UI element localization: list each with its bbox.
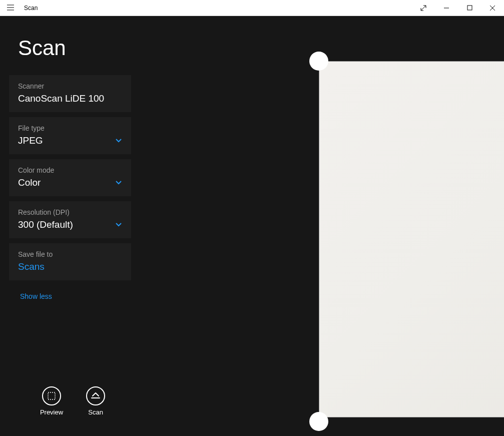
scan-preview-image[interactable] (319, 61, 504, 417)
preview-label: Preview (40, 408, 63, 416)
preview-icon (42, 386, 61, 405)
crop-handle-bottom-left[interactable] (309, 412, 328, 431)
svg-rect-1 (48, 392, 55, 399)
resolution-value: 300 (Default) (18, 219, 122, 230)
scan-icon (86, 386, 105, 405)
page-title: Scan (18, 36, 131, 60)
save-location-label: Save file to (18, 250, 122, 258)
close-button[interactable] (481, 0, 504, 16)
file-type-selector[interactable]: File type JPEG (9, 117, 131, 154)
preview-button[interactable]: Preview (40, 386, 63, 416)
chevron-down-icon (115, 136, 122, 145)
scanner-value: CanoScan LiDE 100 (18, 93, 122, 104)
maximize-button[interactable] (458, 0, 481, 16)
sidebar: Scan Scanner CanoScan LiDE 100 File type… (0, 16, 140, 436)
fullscreen-button[interactable] (412, 0, 435, 16)
scan-label: Scan (88, 408, 103, 416)
color-mode-selector[interactable]: Color mode Color (9, 159, 131, 196)
crop-handle-top-left[interactable] (309, 52, 328, 71)
hamburger-menu-icon[interactable] (7, 4, 14, 13)
save-location-value: Scans (18, 261, 122, 272)
color-mode-value: Color (18, 177, 122, 188)
minimize-button[interactable] (435, 0, 458, 16)
chevron-down-icon (115, 178, 122, 187)
chevron-down-icon (115, 220, 122, 229)
title-bar: Scan (0, 0, 504, 16)
scan-button[interactable]: Scan (86, 386, 105, 416)
preview-pane (140, 16, 504, 436)
window-title: Scan (24, 5, 38, 12)
file-type-value: JPEG (18, 135, 122, 146)
show-less-link[interactable]: Show less (9, 285, 131, 300)
scanner-label: Scanner (18, 82, 122, 90)
save-location-selector[interactable]: Save file to Scans (9, 243, 131, 280)
file-type-label: File type (18, 124, 122, 132)
svg-rect-0 (467, 6, 472, 10)
scanner-selector[interactable]: Scanner CanoScan LiDE 100 (9, 75, 131, 112)
resolution-label: Resolution (DPI) (18, 208, 122, 216)
color-mode-label: Color mode (18, 166, 122, 174)
resolution-selector[interactable]: Resolution (DPI) 300 (Default) (9, 201, 131, 238)
